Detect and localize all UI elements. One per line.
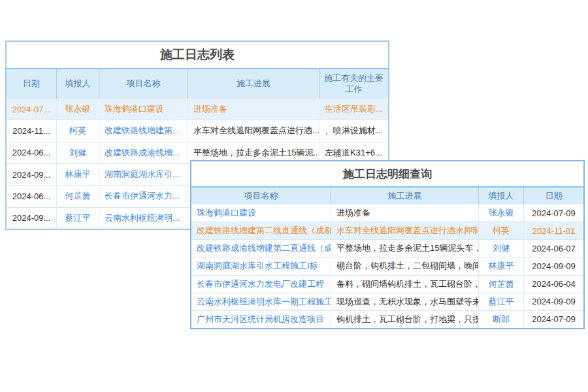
reporter-link[interactable]: 张永银 (57, 99, 99, 120)
project-link[interactable]: 改建铁路线增建第二线直通线（成都-西 (191, 222, 331, 239)
project-link[interactable]: 湖南洞庭湖水库引水工程施工I标 (191, 257, 331, 274)
table-row[interactable]: 云南水利枢纽潜明水库一期工程施工I标 现场巡查，无积水现象，水马围壁等未... … (191, 293, 583, 311)
reporter-link[interactable]: 何芷茵 (57, 186, 99, 206)
column-header-project: 项目名称 (191, 188, 331, 204)
progress-text: 水车对全线遮阳网覆盖点进行洒... (188, 120, 319, 141)
reporter-link[interactable]: 蔡江平 (57, 208, 99, 229)
log-date: 2024-11-01 (524, 222, 583, 239)
log-date: 2024-07... (7, 99, 57, 120)
project-link[interactable]: 云南水利枢纽潜明... (99, 208, 188, 229)
table-row[interactable]: 改建铁路成渝线增建第二直通线（成渝 平整场地，拉走多余泥土15辆泥头车，... … (191, 240, 583, 257)
list-table-header: 日期 填报人 项目名称 施工进展 施工有关的主要工作 (7, 68, 388, 99)
log-date: 2024-09-09 (524, 257, 583, 274)
progress-text: 备料，砌间墙钩机排土，瓦工砌台阶，... (331, 276, 479, 293)
reporter-link[interactable]: 林康平 (479, 257, 524, 274)
reporter-link[interactable]: 林康平 (57, 164, 99, 185)
construction-log-detail-panel: 施工日志明细查询 项目名称 施工进展 填报人 日期 珠海鹤港口建设 进场准备 张… (190, 160, 585, 329)
detail-panel-title: 施工日志明细查询 (191, 161, 583, 186)
log-date: 2024-06... (7, 186, 57, 206)
progress-text: 平整场地，拉走多余泥土15辆泥头车，... (331, 240, 479, 257)
list-panel-title: 施工日志列表 (7, 42, 388, 68)
table-row[interactable]: 改建铁路线增建第二线直通线（成都-西 水车对全线遮阳网覆盖点进行洒水抑制... … (191, 222, 583, 240)
log-date: 2024-09... (7, 208, 57, 229)
log-date: 2024-11... (7, 120, 57, 141)
column-header-progress: 施工进展 (188, 69, 319, 99)
project-link[interactable]: 改建铁路成渝线增建第二直通线（成渝 (191, 240, 331, 257)
reporter-link[interactable]: 蔡江平 (479, 293, 524, 310)
project-link[interactable]: 广州市天河区统计局机房改造项目 (191, 311, 331, 328)
progress-text: 水车对全线遮阳网覆盖点进行洒水抑制... (331, 222, 479, 239)
progress-text: 进场准备 (331, 204, 479, 221)
reporter-link[interactable]: 张永银 (479, 204, 524, 221)
project-link[interactable]: 长春市伊通河水力... (99, 186, 188, 206)
column-header-reporter: 填报人 (479, 188, 524, 204)
project-link[interactable]: 湖南洞庭湖水库引... (99, 164, 188, 185)
table-row[interactable]: 珠海鹤港口建设 进场准备 张永银 2024-07-09 (191, 204, 583, 222)
table-row[interactable]: 广州市天河区统计局机房改造项目 钩机排土，瓦工砌台阶，打地梁，只摸... 断郎 … (191, 311, 583, 328)
progress-text: 现场巡查，无积水现象，水马围壁等未... (331, 293, 479, 310)
column-header-date: 日期 (7, 69, 57, 99)
main-work-text: 生活区吊装彩... (319, 99, 388, 120)
progress-text: 钩机排土，瓦工砌台阶，打地梁，只摸... (331, 311, 479, 328)
progress-text: 进场准备 (188, 99, 319, 120)
reporter-link[interactable]: 柯英 (479, 222, 524, 239)
project-link[interactable]: 云南水利枢纽潜明水库一期工程施工I标 (191, 293, 331, 310)
progress-text: 砌台阶，钩机排土，二包砌间墙，晚间... (331, 257, 479, 274)
table-row[interactable]: 2024-11... 柯英 改建铁路线增建第... 水车对全线遮阳网覆盖点进行洒… (7, 120, 388, 142)
detail-table-body: 珠海鹤港口建设 进场准备 张永银 2024-07-09 改建铁路线增建第二线直通… (191, 204, 583, 328)
project-link[interactable]: 长春市伊通河水力发电厂改建工程 (191, 276, 331, 293)
reporter-link[interactable]: 断郎 (479, 311, 524, 328)
log-date: 2024-09... (7, 164, 57, 185)
project-link[interactable]: 改建铁路线增建第... (99, 120, 188, 141)
log-date: 2024-07-09 (524, 204, 583, 221)
table-row[interactable]: 2024-07... 张永银 珠海鹤港口建设 进场准备 生活区吊装彩... (7, 99, 388, 120)
project-link[interactable]: 珠海鹤港口建设 (99, 99, 188, 120)
reporter-link[interactable]: 柯英 (57, 120, 99, 141)
reporter-link[interactable]: 刘健 (57, 142, 99, 163)
column-header-main-work: 施工有关的主要工作 (319, 69, 388, 99)
table-row[interactable]: 湖南洞庭湖水库引水工程施工I标 砌台阶，钩机排土，二包砌间墙，晚间... 林康平… (191, 257, 583, 275)
column-header-progress: 施工进展 (331, 188, 479, 204)
project-link[interactable]: 改建铁路成渝线增... (99, 142, 188, 163)
column-header-project: 项目名称 (99, 69, 188, 99)
detail-table-header: 项目名称 施工进展 填报人 日期 (191, 186, 583, 204)
column-header-date: 日期 (524, 188, 583, 204)
log-date: 2024-09-09 (524, 293, 583, 310)
column-header-reporter: 填报人 (57, 69, 99, 99)
log-date: 2024-06-07 (524, 240, 583, 257)
log-date: 2024-07-09 (524, 311, 583, 328)
reporter-link[interactable]: 何芷茵 (479, 276, 524, 293)
main-work-text: 、喷淋设施材... (319, 120, 388, 141)
reporter-link[interactable]: 刘健 (479, 240, 524, 257)
log-date: 2024-06-04 (524, 276, 583, 293)
project-link[interactable]: 珠海鹤港口建设 (191, 204, 331, 221)
log-date: 2024-06... (7, 142, 57, 163)
table-row[interactable]: 长春市伊通河水力发电厂改建工程 备料，砌间墙钩机排土，瓦工砌台阶，... 何芷茵… (191, 276, 583, 293)
